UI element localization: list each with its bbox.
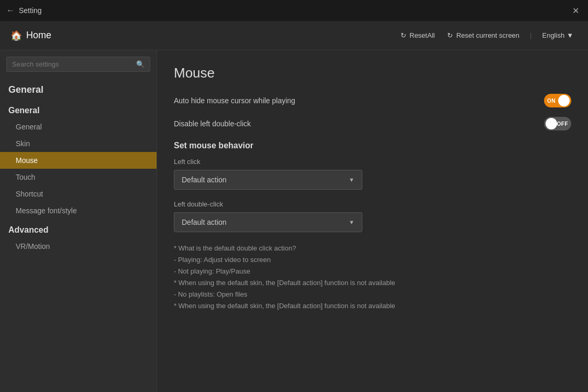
left-dblclick-label: Left double-click <box>174 200 571 208</box>
disable-dblclick-label: Disable left double-click <box>174 119 536 128</box>
left-click-dropdown[interactable]: Default action ▼ <box>174 170 362 190</box>
header: 🏠 Home ↻ ResetAll ↻ Reset current screen… <box>0 21 588 50</box>
home-icon: 🏠 <box>10 30 22 41</box>
left-dblclick-arrow-icon: ▼ <box>349 219 354 225</box>
search-input[interactable] <box>12 60 132 68</box>
page-title: Mouse <box>174 65 571 81</box>
left-click-arrow-icon: ▼ <box>349 177 354 183</box>
home-link[interactable]: 🏠 Home <box>10 30 51 41</box>
info-line-4: - No playlists: Open files <box>174 289 571 300</box>
left-click-wrapper: Left click Default action ▼ <box>174 158 571 190</box>
titlebar-title: Setting <box>19 6 42 15</box>
sidebar-item-shortcut[interactable]: Shortcut <box>0 186 157 202</box>
auto-hide-toggle[interactable]: ON <box>544 94 571 107</box>
auto-hide-toggle-label: ON <box>547 98 556 104</box>
left-dblclick-value: Default action <box>182 218 227 226</box>
auto-hide-label: Auto hide mouse cursor while playing <box>174 96 536 105</box>
sidebar-section-general: General <box>0 80 157 100</box>
info-line-1: - Playing: Adjust video to screen <box>174 254 571 266</box>
language-arrow-icon: ▼ <box>567 31 573 39</box>
reset-all-button[interactable]: ↻ ResetAll <box>396 29 439 41</box>
info-line-3: * When using the default skin, the [Defa… <box>174 277 571 289</box>
sidebar-item-touch[interactable]: Touch <box>0 169 157 186</box>
content-area: Mouse Auto hide mouse cursor while playi… <box>157 50 588 392</box>
titlebar-left: ← Setting <box>6 6 42 15</box>
left-dblclick-dropdown[interactable]: Default action ▼ <box>174 212 362 232</box>
info-line-0: * What is the default double click actio… <box>174 243 571 254</box>
reset-all-label: ResetAll <box>409 31 435 39</box>
reset-current-label: Reset current screen <box>456 31 519 39</box>
sidebar-item-general[interactable]: General <box>0 118 157 135</box>
disable-dblclick-toggle-knob <box>546 118 557 129</box>
left-dblclick-wrapper: Left double-click Default action ▼ <box>174 200 571 232</box>
auto-hide-toggle-knob <box>558 95 570 106</box>
reset-all-icon: ↻ <box>401 31 406 39</box>
info-line-2: - Not playing: Play/Pause <box>174 266 571 277</box>
sidebar-item-message-font[interactable]: Message font/style <box>0 202 157 219</box>
main-container: 🔍 General General General Skin Mouse Tou… <box>0 50 588 392</box>
disable-dblclick-toggle[interactable]: OFF <box>544 117 571 130</box>
language-selector[interactable]: English ▼ <box>538 29 578 41</box>
disable-dblclick-toggle-label: OFF <box>557 121 569 127</box>
info-text: * What is the default double click actio… <box>174 243 571 312</box>
search-icon: 🔍 <box>136 60 145 68</box>
left-click-label: Left click <box>174 158 571 166</box>
header-divider: | <box>530 31 531 39</box>
titlebar: ← Setting ✕ <box>0 0 588 21</box>
close-button[interactable]: ✕ <box>569 4 582 17</box>
search-box[interactable]: 🔍 <box>6 57 150 72</box>
mouse-behavior-header: Set mouse behavior <box>174 141 571 150</box>
left-click-value: Default action <box>182 176 227 184</box>
reset-current-icon: ↻ <box>447 31 453 39</box>
home-label: Home <box>26 30 51 41</box>
header-actions: ↻ ResetAll ↻ Reset current screen | Engl… <box>396 29 578 41</box>
sidebar-group-general: General <box>0 100 157 118</box>
sidebar: 🔍 General General General Skin Mouse Tou… <box>0 50 157 392</box>
language-label: English <box>542 31 564 39</box>
disable-dblclick-row: Disable left double-click OFF <box>174 117 571 130</box>
sidebar-item-vr-motion[interactable]: VR/Motion <box>0 238 157 255</box>
auto-hide-row: Auto hide mouse cursor while playing ON <box>174 94 571 107</box>
reset-current-button[interactable]: ↻ Reset current screen <box>443 29 524 41</box>
info-line-5: * When using the default skin, the [Defa… <box>174 300 571 312</box>
sidebar-item-mouse[interactable]: Mouse <box>0 152 157 169</box>
sidebar-item-skin[interactable]: Skin <box>0 135 157 152</box>
sidebar-group-advanced: Advanced <box>0 219 157 238</box>
back-icon[interactable]: ← <box>6 6 15 15</box>
